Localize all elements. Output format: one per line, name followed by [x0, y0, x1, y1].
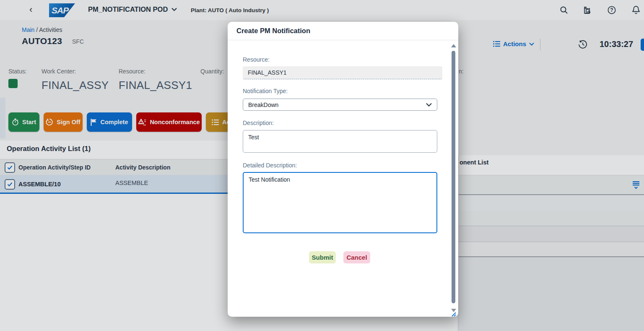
screen: ‹ SAP PM_NOTIFICATION POD Plant: AUTO ( … [0, 0, 644, 331]
detailed-description-label: Detailed Description: [243, 162, 297, 169]
create-pm-notification-dialog: Create PM Notification Resource: FINAL_A… [228, 22, 458, 317]
dialog-body: Resource: FINAL_ASSY1 Notification Type:… [228, 40, 458, 317]
detailed-description-input[interactable]: Test Notification [243, 172, 437, 233]
submit-button[interactable]: Submit [309, 251, 336, 263]
chevron-down-icon [426, 103, 432, 107]
scroll-up-icon[interactable] [451, 44, 456, 47]
notification-type-label: Notification Type: [243, 88, 288, 94]
notification-type-value: BreakDown [248, 102, 278, 108]
description-label: Description: [243, 120, 274, 126]
notification-type-select[interactable]: BreakDown [243, 99, 437, 111]
cancel-button[interactable]: Cancel [343, 251, 370, 263]
description-input[interactable]: Test [243, 130, 437, 153]
resource-field-label: Resource: [243, 56, 270, 63]
dialog-title: Create PM Notification [228, 22, 458, 40]
scrollbar-thumb[interactable] [452, 51, 455, 303]
resize-grip-icon[interactable] [451, 311, 456, 317]
resource-field: FINAL_ASSY1 [243, 66, 442, 79]
